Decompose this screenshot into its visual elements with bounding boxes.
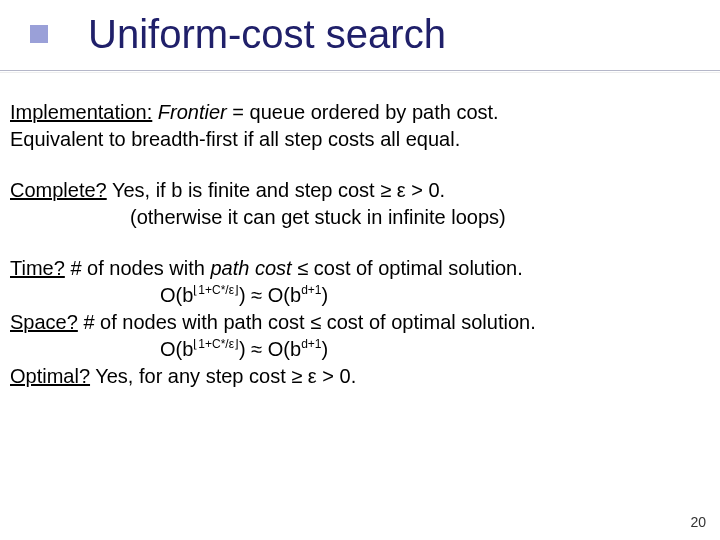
divider-line (0, 70, 720, 71)
time-pre: # of nodes with (70, 257, 210, 279)
time-formula-pre: O(b (160, 284, 193, 306)
impl-rest-1: = queue ordered by path cost. (232, 101, 498, 123)
time-pathcost: path cost (210, 257, 291, 279)
impl-line-2: Equivalent to breadth-first if all step … (10, 128, 460, 150)
space-formula: O(b⌊1+C*/ε⌋) ≈ O(bd+1) (10, 336, 328, 363)
space-label: Space? (10, 311, 78, 333)
space-exp-2: d+1 (301, 337, 321, 351)
time-exp-2: d+1 (301, 283, 321, 297)
time-label: Time? (10, 257, 65, 279)
slide: Uniform-cost search Implementation: Fron… (0, 0, 720, 540)
complete-block: Complete? Yes, if b is finite and step c… (10, 177, 710, 231)
space-exp-1: ⌊1+C*/ε⌋ (193, 337, 239, 351)
slide-body: Implementation: Frontier = queue ordered… (0, 71, 720, 390)
space-rest: # of nodes with path cost ≤ cost of opti… (83, 311, 535, 333)
space-formula-mid: ) ≈ O(b (239, 338, 301, 360)
complete-rest: Yes, if b is finite and step cost ≥ ε > … (112, 179, 445, 201)
page-number: 20 (690, 514, 706, 530)
slide-title: Uniform-cost search (88, 12, 446, 56)
frontier-word: Frontier (158, 101, 227, 123)
title-row: Uniform-cost search (0, 0, 720, 56)
implementation-block: Implementation: Frontier = queue ordered… (10, 99, 710, 153)
time-exp-1: ⌊1+C*/ε⌋ (193, 283, 239, 297)
square-bullet-icon (30, 25, 48, 43)
implementation-label: Implementation: (10, 101, 152, 123)
space-formula-pre: O(b (160, 338, 193, 360)
optimal-label: Optimal? (10, 365, 90, 387)
time-formula-end: ) (322, 284, 329, 306)
complete-label: Complete? (10, 179, 107, 201)
time-space-optimal-block: Time? # of nodes with path cost ≤ cost o… (10, 255, 710, 390)
time-formula: O(b⌊1+C*/ε⌋) ≈ O(bd+1) (10, 282, 328, 309)
time-formula-mid: ) ≈ O(b (239, 284, 301, 306)
space-formula-end: ) (322, 338, 329, 360)
time-post: ≤ cost of optimal solution. (297, 257, 523, 279)
optimal-rest: Yes, for any step cost ≥ ε > 0. (95, 365, 356, 387)
complete-line-2: (otherwise it can get stuck in infinite … (10, 204, 506, 231)
